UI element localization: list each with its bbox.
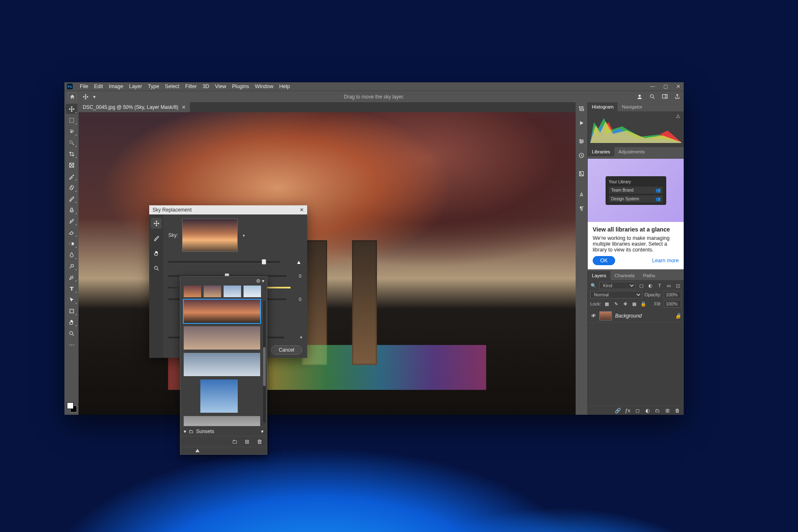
library-mini-item-design[interactable]: Design System👥 <box>609 195 663 202</box>
lasso-tool[interactable] <box>66 126 77 136</box>
layer-thumbnail[interactable] <box>599 311 612 320</box>
sky-preset-1-selected[interactable] <box>184 300 260 323</box>
marquee-tool[interactable] <box>66 115 77 125</box>
filter-search-icon[interactable]: 🔍 <box>590 282 597 289</box>
edit-toolbar[interactable]: ⋯ <box>66 340 77 350</box>
sky-recent-thumb-2[interactable] <box>204 286 221 297</box>
sky-folder-row[interactable]: ▾ 🗀 Sunsets ▾ <box>180 426 267 436</box>
menu-type[interactable]: Type <box>145 84 162 89</box>
menu-filter[interactable]: Filter <box>182 84 200 89</box>
opacity-value[interactable] <box>664 291 681 298</box>
dropdown-thumb-zoom[interactable] <box>180 447 267 454</box>
layer-fx-icon[interactable]: ƒx <box>625 408 631 414</box>
crop-tool[interactable] <box>66 149 77 159</box>
tab-paths[interactable]: Paths <box>639 271 659 280</box>
tab-navigator[interactable]: Navigator <box>618 102 646 111</box>
menu-edit[interactable]: Edit <box>91 84 106 89</box>
filter-type-icon[interactable]: T <box>656 282 663 289</box>
zoom-tool[interactable] <box>66 328 77 338</box>
dialog-close-icon[interactable]: ✕ <box>300 207 304 213</box>
filter-smart-icon[interactable]: ◫ <box>675 282 681 289</box>
frame-tool[interactable] <box>66 160 77 170</box>
dodge-tool[interactable] <box>66 261 77 271</box>
healing-tool[interactable] <box>66 182 77 192</box>
layer-visibility-icon[interactable]: 👁 <box>590 313 596 319</box>
group-icon[interactable]: 🗀 <box>655 408 660 414</box>
layer-filter-kind[interactable]: Kind <box>599 282 635 289</box>
delete-layer-icon[interactable]: 🗑 <box>675 408 680 414</box>
workspace-switcher-icon[interactable] <box>661 94 668 100</box>
tab-channels[interactable]: Channels <box>611 271 639 280</box>
menu-file[interactable]: File <box>77 84 91 89</box>
lock-artboard-icon[interactable]: ▦ <box>631 300 638 307</box>
character-panel-icon[interactable] <box>578 191 585 198</box>
foreground-color-swatch[interactable] <box>67 402 74 409</box>
chevron-down-icon[interactable]: ▾ <box>261 429 264 434</box>
sky-recent-thumb-3[interactable] <box>224 286 241 297</box>
sky-picker-chevron-icon[interactable]: ▾ <box>243 233 245 238</box>
eyedropper-tool[interactable] <box>66 171 77 181</box>
menu-select[interactable]: Select <box>162 84 182 89</box>
document-tab-close-icon[interactable]: ✕ <box>182 104 186 110</box>
color-swatches[interactable] <box>66 401 77 412</box>
home-button[interactable] <box>68 92 77 101</box>
type-tool[interactable] <box>66 283 77 293</box>
shape-tool[interactable] <box>66 306 77 316</box>
sky-preview-thumbnail[interactable] <box>182 219 238 252</box>
menu-window[interactable]: Window <box>252 84 276 89</box>
layer-row-background[interactable]: 👁 Background 🔒 <box>588 309 684 323</box>
cloud-user-icon[interactable] <box>636 94 643 100</box>
dialog-slider-1[interactable]: ▲ <box>168 259 302 265</box>
actions-panel-icon[interactable] <box>578 120 585 126</box>
move-tool-indicator-icon[interactable] <box>81 92 90 101</box>
menu-view[interactable]: View <box>212 84 229 89</box>
history-brush-tool[interactable] <box>66 216 77 226</box>
sky-preset-4[interactable] <box>200 379 238 413</box>
filter-adjust-icon[interactable]: ◐ <box>647 282 654 289</box>
sky-preset-list[interactable] <box>180 297 267 426</box>
dialog-hand-tool[interactable] <box>151 248 162 259</box>
dropdown-settings-icon[interactable]: ⚙ ▾ <box>254 276 267 286</box>
adjustment-layer-icon[interactable]: ◐ <box>645 408 650 414</box>
stamp-tool[interactable] <box>66 205 77 215</box>
tab-layers[interactable]: Layers <box>588 271 611 280</box>
dialog-move-tool[interactable] <box>151 218 162 229</box>
eraser-tool[interactable] <box>66 227 77 237</box>
import-folder-icon[interactable]: 🗀 <box>231 438 238 445</box>
window-minimize-icon[interactable]: — <box>648 84 657 89</box>
layer-name[interactable]: Background <box>615 313 642 319</box>
filter-shape-icon[interactable]: ▭ <box>665 282 672 289</box>
library-mini-item-team[interactable]: Team Brand👥 <box>609 187 663 194</box>
dialog-cancel-button[interactable]: Cancel <box>271 345 302 355</box>
menu-image[interactable]: Image <box>106 84 126 89</box>
brush-tool[interactable] <box>66 194 77 204</box>
gradient-tool[interactable] <box>66 239 77 249</box>
tab-histogram[interactable]: Histogram <box>588 102 618 111</box>
lock-all-icon[interactable]: 🔒 <box>640 300 647 307</box>
sky-recent-thumb-1[interactable] <box>184 286 201 297</box>
sky-recent-thumb-4[interactable] <box>244 286 261 297</box>
pen-tool[interactable] <box>66 272 77 282</box>
fill-value[interactable] <box>664 300 681 308</box>
adjustments-panel-icon[interactable] <box>578 138 585 145</box>
chevron-down-icon[interactable]: ▾ <box>300 335 302 340</box>
dialog-brush-tool[interactable] <box>151 233 162 244</box>
layer-locked-icon[interactable]: 🔒 <box>675 313 681 319</box>
histogram-warning-icon[interactable]: ⚠ <box>676 113 680 119</box>
move-tool[interactable] <box>66 104 77 114</box>
layer-mask-icon[interactable]: ◻ <box>635 408 640 414</box>
menu-layer[interactable]: Layer <box>126 84 145 89</box>
libraries-ok-button[interactable]: OK <box>593 256 615 265</box>
properties-panel-icon[interactable] <box>578 152 585 159</box>
tab-adjustments[interactable]: Adjustments <box>614 147 649 156</box>
hand-tool[interactable] <box>66 317 77 327</box>
window-maximize-icon[interactable]: ▢ <box>662 84 670 89</box>
blur-tool[interactable] <box>66 250 77 260</box>
tab-libraries[interactable]: Libraries <box>588 147 614 156</box>
document-tab[interactable]: DSC_0045.jpg @ 50% (Sky, Layer Mask/8) ✕ <box>79 102 190 112</box>
lock-transparent-icon[interactable]: ▩ <box>603 300 610 307</box>
dropdown-scrollbar[interactable] <box>263 300 266 423</box>
link-layers-icon[interactable]: 🔗 <box>615 408 621 414</box>
sky-preset-5[interactable] <box>184 416 260 426</box>
search-icon[interactable] <box>649 94 655 100</box>
